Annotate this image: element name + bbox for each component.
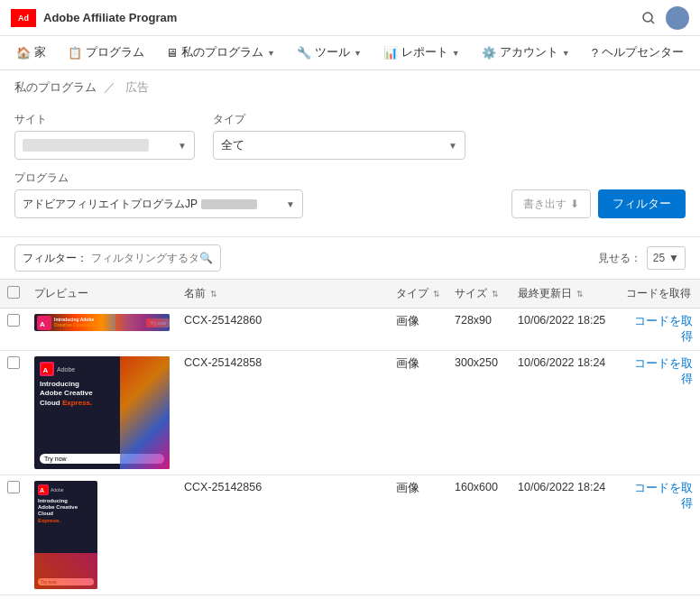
col-header-date: 最終更新日 ⇅ xyxy=(511,280,619,309)
row3-checkbox[interactable] xyxy=(7,481,20,493)
breadcrumb-separator: ／ xyxy=(104,80,119,94)
row3-check-cell xyxy=(0,475,27,595)
col-header-action: コードを取得 xyxy=(619,280,700,309)
chevron-down-icon: ▼ xyxy=(448,141,457,151)
row1-type-cell: 画像 xyxy=(389,309,447,351)
row3-type-cell: 画像 xyxy=(389,475,447,595)
chevron-down-icon: ▼ xyxy=(178,141,187,151)
row2-preview-cell: A Adobe Introducing Adobe Creative Cloud… xyxy=(27,351,177,475)
row1-date-cell: 10/06/2022 18:25 xyxy=(511,309,619,351)
export-button[interactable]: 書き出す ⬇ xyxy=(511,189,591,218)
sort-icon[interactable]: ⇅ xyxy=(492,290,499,299)
row2-check-cell xyxy=(0,351,27,475)
help-icon: ? xyxy=(592,46,598,60)
filter-type-group: タイプ 全て ▼ xyxy=(213,112,465,160)
filter-program-group: プログラム アドビアフィリエイトプログラムJP____ ▼ xyxy=(14,170,303,218)
nav-account-label: アカウント xyxy=(500,45,558,60)
nav-home[interactable]: 🏠 家 xyxy=(7,40,55,66)
header-icons xyxy=(640,6,689,30)
nav-tools[interactable]: 🔧 ツール ▼ xyxy=(288,40,371,66)
preview-text: Introducing Adobe Creative Cloud Express… xyxy=(54,318,106,327)
row1-action-cell: コードを取得 xyxy=(619,309,700,351)
svg-text:A: A xyxy=(40,487,44,493)
breadcrumb-parent[interactable]: 私のプログラム xyxy=(14,80,97,94)
preview-deco xyxy=(115,314,170,331)
row3-size-cell: 160x600 xyxy=(447,475,511,595)
row2-name-cell: CCX-25142858 xyxy=(177,351,389,475)
type-select[interactable]: 全て ▼ xyxy=(213,131,465,160)
program-select[interactable]: アドビアフィリエイトプログラムJP____ ▼ xyxy=(14,189,303,218)
nav-help[interactable]: ? ヘルプセンター xyxy=(583,40,693,66)
preview-image-160: A Adobe Introducing Adobe Creative Cloud… xyxy=(34,481,97,589)
row1-name-cell: CCX-25142860 xyxy=(177,309,389,351)
nav-report-label: レポート xyxy=(401,45,448,60)
filter-button[interactable]: フィルター xyxy=(598,189,686,218)
ads-table: プレビュー 名前 ⇅ タイプ ⇅ サイズ ⇅ 最終更新日 ⇅ コードを取得 xyxy=(0,279,700,595)
filter-search-input[interactable] xyxy=(91,252,199,264)
row2-action-cell: コードを取得 xyxy=(619,351,700,475)
sort-icon[interactable]: ⇅ xyxy=(576,290,584,299)
preview-deco xyxy=(120,356,170,469)
show-value: 25 xyxy=(653,252,665,264)
program-icon: 📋 xyxy=(68,46,82,60)
search-icon: 🔍 xyxy=(199,252,213,264)
preview-logo-text: Adobe xyxy=(51,487,63,493)
row1-check-cell xyxy=(0,309,27,351)
row3-date-cell: 10/06/2022 18:24 xyxy=(511,475,619,595)
table-row: A Adobe Introducing Adobe Creative Cloud… xyxy=(0,475,700,595)
header-checkbox[interactable] xyxy=(7,286,20,299)
svg-line-1 xyxy=(651,21,654,23)
breadcrumb: 私のプログラム ／ 広告 xyxy=(0,70,700,101)
type-select-value: 全て xyxy=(221,137,244,153)
my-program-icon: 🖥 xyxy=(166,46,178,60)
row3-get-code-link[interactable]: コードを取得 xyxy=(634,482,693,510)
chevron-down-icon: ▼ xyxy=(354,49,362,58)
tools-icon: 🔧 xyxy=(297,46,311,60)
show-label: 見せる： xyxy=(598,251,641,266)
adobe-logo: Ad xyxy=(11,9,36,27)
preview-logo: A Adobe xyxy=(38,484,94,495)
row1-preview-cell: A Introducing Adobe Creative Cloud Expre… xyxy=(27,309,177,351)
nav-program-label: プログラム xyxy=(86,45,144,60)
row3-name-cell: CCX-25142856 xyxy=(177,475,389,595)
filter-section: サイト ▼ タイプ 全て ▼ プログラム アドビアフィリエイトプログラムJP__… xyxy=(0,101,700,236)
show-select[interactable]: 25 ▼ xyxy=(647,246,686,270)
row2-checkbox[interactable] xyxy=(7,356,20,369)
nav-account[interactable]: ⚙️ アカウント ▼ xyxy=(473,40,579,66)
nav-help-label: ヘルプセンター xyxy=(602,45,684,60)
row2-date-cell: 10/06/2022 18:24 xyxy=(511,351,619,475)
chevron-down-icon: ▼ xyxy=(562,49,570,58)
row1-size-cell: 728x90 xyxy=(447,309,511,351)
nav-my-program[interactable]: 🖥 私のプログラム ▼ xyxy=(157,40,284,66)
row3-action-cell: コードを取得 xyxy=(619,475,700,595)
preview-logo-icon: A xyxy=(40,362,54,376)
row1-checkbox[interactable] xyxy=(7,314,20,327)
row1-get-code-link[interactable]: コードを取得 xyxy=(634,315,693,343)
row2-get-code-link[interactable]: コードを取得 xyxy=(634,357,693,385)
search-icon[interactable] xyxy=(640,10,657,26)
avatar[interactable] xyxy=(666,6,689,30)
sort-icon[interactable]: ⇅ xyxy=(210,290,217,299)
col-header-type: タイプ ⇅ xyxy=(389,280,447,309)
preview-logo-icon: A xyxy=(38,484,49,495)
site-label: サイト xyxy=(14,112,195,127)
nav-my-program-label: 私のプログラム xyxy=(181,45,263,60)
program-label: プログラム xyxy=(14,170,303,186)
nav-report[interactable]: 📊 レポート ▼ xyxy=(374,40,469,66)
filter-search-box[interactable]: フィルター： 🔍 xyxy=(14,244,221,272)
logo-text: Ad xyxy=(18,14,29,23)
nav-tools-label: ツール xyxy=(315,45,350,60)
svg-text:A: A xyxy=(43,366,49,374)
filter-row-2: プログラム アドビアフィリエイトプログラムJP____ ▼ 書き出す ⬇ フィル… xyxy=(14,170,686,218)
nav-home-label: 家 xyxy=(34,45,46,60)
sort-icon[interactable]: ⇅ xyxy=(433,290,440,299)
app-title: Adobe Affiliate Program xyxy=(43,11,640,24)
breadcrumb-current: 広告 xyxy=(125,80,149,94)
filter-search-label: フィルター： xyxy=(23,251,88,266)
site-select-value xyxy=(23,139,149,152)
site-select[interactable]: ▼ xyxy=(14,131,195,160)
preview-logo-text: Adobe xyxy=(57,366,75,373)
nav-program[interactable]: 📋 プログラム xyxy=(59,40,153,66)
table-header-row: プレビュー 名前 ⇅ タイプ ⇅ サイズ ⇅ 最終更新日 ⇅ コードを取得 xyxy=(0,280,700,309)
home-icon: 🏠 xyxy=(16,46,31,60)
